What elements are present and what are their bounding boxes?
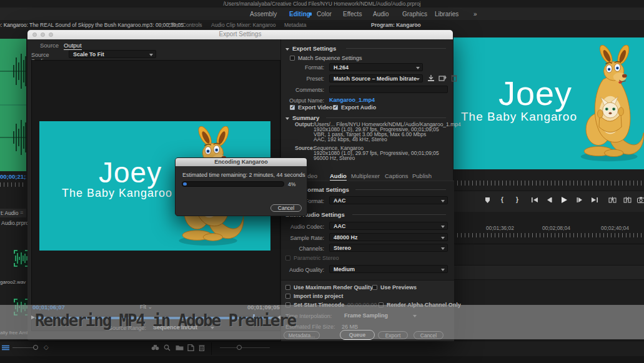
step-back-icon[interactable] <box>546 197 552 203</box>
channels-dropdown[interactable]: Stereo <box>329 244 448 252</box>
workspace-tab-assembly[interactable]: Assembly <box>250 11 277 17</box>
tab-project-audio[interactable]: t: Audio <box>1 210 18 216</box>
export-video-checkbox[interactable] <box>290 105 295 110</box>
tab-publish[interactable]: Publish <box>412 172 432 179</box>
kangaroo-illustration <box>573 45 644 164</box>
audio-codec-dropdown[interactable]: AAC <box>329 222 448 230</box>
source-scaling-dropdown[interactable]: Scale To Fit <box>69 50 156 58</box>
import-into-project-label: Import into project <box>294 293 344 299</box>
ruler-timecode: 00;02;08;04 <box>542 225 570 231</box>
new-folder-icon[interactable] <box>176 344 184 351</box>
export-audio-checkbox[interactable] <box>333 105 338 110</box>
go-to-in-icon[interactable] <box>531 197 538 203</box>
encoding-cancel-button[interactable]: Cancel <box>270 204 302 212</box>
preset-dropdown[interactable]: Match Source – Medium bitrate <box>329 74 423 82</box>
lift-icon[interactable] <box>608 197 617 203</box>
section-rule <box>352 214 446 215</box>
video-subtitle-text: The Baby Kangaroo <box>62 187 172 200</box>
add-marker-icon[interactable] <box>485 197 490 204</box>
panel-menu-icon[interactable]: ≡ <box>157 21 161 27</box>
workspace-tab-effects[interactable]: Effects <box>343 11 362 17</box>
list-view-icon[interactable] <box>2 345 9 351</box>
tab-audio[interactable]: Audio <box>330 172 347 181</box>
section-rule <box>326 117 446 118</box>
chevron-down-icon <box>149 54 153 56</box>
mark-out-icon[interactable]: } <box>516 196 518 203</box>
source-monitor-waveform <box>0 39 26 171</box>
export-frame-camera-icon[interactable] <box>637 197 644 203</box>
sample-rate-dropdown[interactable]: 48000 Hz <box>329 233 448 241</box>
video-title-text: Joey <box>99 156 162 189</box>
delete-preset-icon[interactable] <box>451 74 457 82</box>
audio-clip-thumbnail-icon[interactable] <box>14 250 29 267</box>
workspace-tab-audio[interactable]: Audio <box>373 11 389 17</box>
encoding-progress-dialog: Encoding Kangaroo Estimated time remaini… <box>175 157 307 216</box>
comments-input[interactable] <box>329 86 448 93</box>
comments-label: Comments: <box>290 87 324 93</box>
output-name-link[interactable]: Kangaroo_1.mp4 <box>329 97 375 103</box>
trash-icon[interactable] <box>199 344 205 351</box>
find-binoculars-icon[interactable] <box>151 344 159 351</box>
ruler-timecode: 00;02;40;04 <box>601 225 629 231</box>
program-panel-menu-icon[interactable]: ≡ <box>414 21 417 27</box>
workspace-overflow-chevron-icon[interactable]: » <box>473 11 477 17</box>
section-collapse-icon[interactable] <box>285 48 289 51</box>
footer-slider-knob[interactable] <box>237 345 242 350</box>
workspace-bar: Assembly Editing Color Effects Audio Gra… <box>0 7 644 21</box>
footer-slider-track[interactable] <box>220 347 270 348</box>
zoom-slider-knob[interactable] <box>33 345 38 350</box>
encoding-dialog-title[interactable]: Encoding Kangaroo <box>176 158 307 166</box>
tab-multiplexer[interactable]: Multiplexer <box>351 172 380 179</box>
tab-source[interactable]: Source <box>40 42 59 49</box>
audio-quality-dropdown[interactable]: Medium <box>329 265 448 273</box>
project-file-name: Audio.prproj <box>1 220 30 226</box>
match-sequence-checkbox[interactable] <box>290 56 295 61</box>
summary-header: Summary <box>292 114 319 121</box>
source-monitor-timecode[interactable]: 00;00;21;14 <box>0 173 26 180</box>
go-to-out-icon[interactable] <box>591 197 598 203</box>
use-previews-checkbox[interactable] <box>372 285 377 290</box>
sample-rate-label: Sample Rate: <box>285 235 324 241</box>
save-preset-icon[interactable] <box>427 74 435 82</box>
workspace-tab-libraries[interactable]: Libraries <box>435 11 458 17</box>
import-preset-icon[interactable] <box>438 74 447 82</box>
audio-format-dropdown[interactable]: AAC <box>329 196 448 204</box>
extract-icon[interactable] <box>623 197 632 203</box>
mark-in-icon[interactable]: { <box>501 196 503 203</box>
new-item-icon[interactable] <box>187 344 194 351</box>
progress-percent: 4% <box>288 181 295 187</box>
audio-codec-label: Audio Codec: <box>285 224 324 230</box>
workspace-tab-editing[interactable]: Editing <box>289 11 310 17</box>
dialog-titlebar[interactable]: Export Settings <box>27 30 453 39</box>
project-panel-tab-row: t: Audio ≡ <box>0 209 26 217</box>
preset-label: Preset: <box>290 76 324 82</box>
summary-output-label: Output: <box>295 122 314 127</box>
tab-captions[interactable]: Captions <box>385 172 409 179</box>
tab-audio-clip-mixer[interactable]: Audio Clip Mixer: Kangaroo <box>211 22 275 28</box>
use-previews-label: Use Previews <box>380 284 417 291</box>
tab-output[interactable]: Output <box>64 42 82 50</box>
encoding-progress-bar <box>182 181 284 187</box>
max-render-quality-checkbox[interactable] <box>285 285 290 290</box>
section-collapse-icon[interactable] <box>285 117 289 120</box>
section-rule <box>355 189 446 190</box>
project-panel-menu-icon[interactable]: ≡ <box>20 209 23 216</box>
automate-diamond-icon[interactable]: ◇ <box>44 344 49 351</box>
play-icon[interactable] <box>561 196 568 204</box>
video-title-text: Joey <box>498 74 572 112</box>
project-panel-footer: ◇ <box>0 341 644 357</box>
tab-source-monitor[interactable]: Source: Kangaroo: The REAL Sound of Skip… <box>0 22 184 28</box>
footer-divider <box>211 342 212 355</box>
format-dropdown[interactable]: H.264 <box>329 63 423 71</box>
import-into-project-checkbox[interactable] <box>285 294 290 299</box>
clip-label[interactable]: garoo2.wav <box>0 279 26 285</box>
workspace-tab-graphics[interactable]: Graphics <box>402 11 427 17</box>
workspace-tab-color[interactable]: Color <box>317 11 332 17</box>
search-icon[interactable] <box>164 344 171 351</box>
source-monitor-ruler <box>0 182 26 187</box>
tab-effect-controls[interactable]: Effect Controls <box>167 22 202 28</box>
tab-metadata[interactable]: Metadata <box>284 22 306 28</box>
step-forward-icon[interactable] <box>577 197 583 203</box>
output-name-label: Output Name: <box>282 97 324 104</box>
program-transport-bar: { } <box>453 191 644 212</box>
